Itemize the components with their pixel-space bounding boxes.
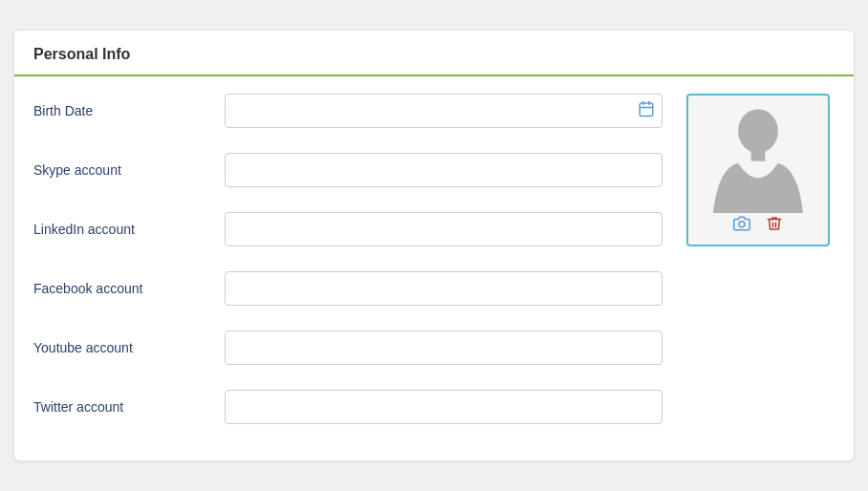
- input-wrap-skype: [225, 153, 662, 187]
- input-wrap-youtube: [225, 331, 662, 365]
- input-wrap-facebook: [225, 271, 662, 306]
- card-body: Birth Date Skype account: [14, 76, 854, 460]
- avatar-section: [682, 86, 835, 441]
- camera-icon: [733, 215, 750, 232]
- youtube-input[interactable]: [225, 331, 662, 365]
- field-row-birth-date: Birth Date: [33, 86, 662, 136]
- label-linkedin: LinkedIn account: [33, 222, 225, 237]
- input-wrap-linkedin: [225, 212, 662, 246]
- card-header: Personal Info: [14, 31, 854, 76]
- label-twitter: Twitter account: [33, 399, 225, 415]
- linkedin-input[interactable]: [225, 212, 662, 246]
- field-row-youtube: Youtube account: [33, 323, 662, 373]
- svg-point-6: [739, 222, 745, 227]
- form-section: Birth Date Skype account: [33, 86, 662, 441]
- field-row-facebook: Facebook account: [33, 264, 662, 313]
- input-wrap-birth-date: [225, 94, 662, 128]
- card-title: Personal Info: [33, 46, 835, 63]
- field-row-linkedin: LinkedIn account: [33, 204, 662, 254]
- avatar-silhouette: [705, 103, 811, 213]
- avatar-delete-button[interactable]: [764, 213, 785, 237]
- trash-icon: [766, 215, 783, 232]
- field-row-skype: Skype account: [33, 145, 662, 195]
- birth-date-input[interactable]: [225, 94, 662, 128]
- skype-input[interactable]: [225, 153, 662, 187]
- label-skype: Skype account: [33, 162, 225, 178]
- avatar-image: [701, 103, 815, 213]
- label-facebook: Facebook account: [33, 281, 225, 296]
- svg-rect-5: [751, 151, 766, 160]
- personal-info-card: Personal Info Birth Date: [13, 30, 855, 461]
- avatar-actions: [696, 213, 820, 237]
- input-wrap-twitter: [225, 390, 662, 424]
- field-row-twitter: Twitter account: [33, 382, 662, 432]
- facebook-input[interactable]: [225, 271, 662, 306]
- avatar-camera-button[interactable]: [731, 213, 752, 237]
- label-youtube: Youtube account: [33, 340, 225, 355]
- svg-point-4: [738, 109, 778, 153]
- avatar-box: [686, 94, 830, 246]
- twitter-input[interactable]: [225, 390, 662, 424]
- label-birth-date: Birth Date: [33, 103, 225, 118]
